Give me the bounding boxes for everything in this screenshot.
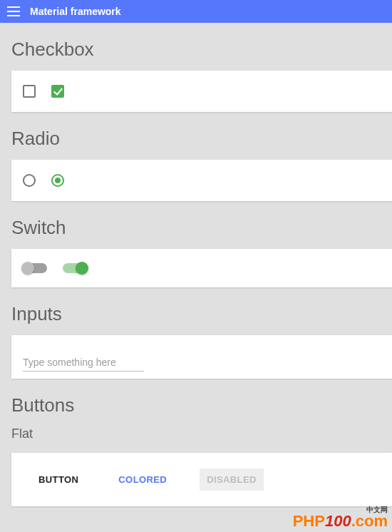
inputs-card	[11, 335, 392, 379]
checkbox-unchecked[interactable]	[23, 85, 36, 98]
section-title-radio: Radio	[11, 128, 392, 150]
radio-card	[11, 160, 392, 201]
flat-button-colored[interactable]: COLORED	[111, 469, 174, 491]
subsection-title-flat: Flat	[11, 426, 392, 441]
switch-on[interactable]	[63, 263, 87, 273]
appbar-title: Material framework	[30, 6, 121, 17]
watermark-com: .com	[351, 512, 388, 530]
text-input[interactable]	[23, 354, 144, 372]
section-title-inputs: Inputs	[11, 303, 392, 325]
checkbox-checked[interactable]	[51, 85, 64, 98]
switch-card	[11, 249, 392, 287]
flat-button-default[interactable]: BUTTON	[31, 469, 86, 491]
watermark: 中文网 PHP100.com	[293, 506, 388, 529]
watermark-num: 100	[325, 512, 351, 530]
section-title-buttons: Buttons	[11, 394, 392, 416]
checkbox-card	[11, 71, 392, 112]
switch-knob	[21, 262, 34, 275]
flat-button-disabled: DISABLED	[200, 469, 264, 491]
switch-off[interactable]	[23, 263, 47, 273]
section-title-checkbox: Checkbox	[11, 39, 392, 61]
app-bar: Material framework	[0, 0, 392, 23]
flat-buttons-card: BUTTON COLORED DISABLED	[11, 453, 392, 506]
menu-icon[interactable]	[7, 6, 20, 16]
radio-unselected[interactable]	[23, 174, 36, 187]
switch-knob	[76, 262, 88, 275]
section-title-switch: Switch	[11, 217, 392, 239]
radio-selected[interactable]	[51, 174, 64, 187]
watermark-php: PHP	[293, 512, 325, 530]
